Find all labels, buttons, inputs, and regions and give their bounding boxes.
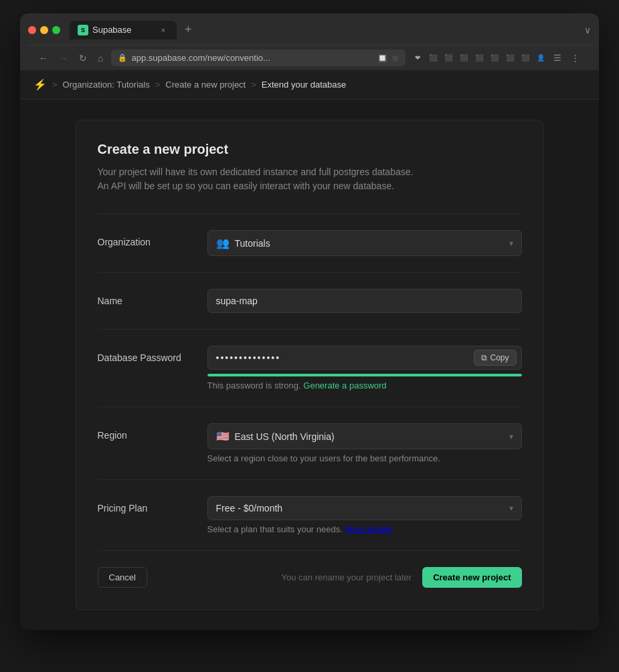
form-card: Create a new project Your project will h… (76, 120, 544, 610)
name-label: Name (98, 289, 191, 306)
cancel-button[interactable]: Cancel (98, 567, 147, 588)
home-button[interactable]: ⌂ (95, 51, 106, 65)
pricing-hint-text: Select a plan that suits your needs. (207, 524, 343, 534)
password-control: ⧉ Copy This password is strong. Generate… (207, 346, 522, 390)
copy-button[interactable]: ⧉ Copy (474, 350, 516, 366)
org-control: 👥 Tutorials ▾ (207, 230, 522, 256)
password-row: Database Password ⧉ Copy This password i… (98, 346, 522, 390)
copy-label: Copy (490, 353, 509, 362)
refresh-button[interactable]: ↻ (76, 51, 90, 65)
profile-icon[interactable]: 👤 (534, 51, 547, 65)
chevron-down-icon: ▾ (509, 432, 513, 441)
region-label: Region (98, 423, 191, 441)
chevron-down-icon: ▾ (509, 503, 513, 513)
form-divider-3 (98, 329, 522, 330)
form-divider-6 (98, 550, 522, 551)
form-description: Your project will have its own dedicated… (98, 165, 522, 193)
password-strength-fill (207, 374, 522, 376)
password-strength-bar (207, 374, 522, 376)
actions-right: You can rename your project later Create… (282, 567, 522, 588)
form-title: Create a new project (98, 142, 522, 157)
address-text: app.supabase.com/new/conventio... (131, 53, 270, 63)
traffic-lights (28, 26, 60, 34)
nav-bar: ← → ↻ ⌂ 🔒 app.supabase.com/new/conventio… (28, 45, 591, 70)
breadcrumb-extend-db: Extend your database (262, 80, 346, 90)
form-divider-2 (98, 272, 522, 273)
pocket-ext-icon[interactable]: ❤ (411, 51, 424, 65)
star-icon[interactable]: ☆ (391, 53, 399, 63)
close-traffic-light[interactable] (28, 26, 36, 34)
region-flag: 🇺🇸 (216, 430, 230, 443)
more-details-link[interactable]: More details (345, 524, 392, 534)
lock-icon: 🔒 (118, 53, 127, 62)
pricing-control: Free - $0/month ▾ Select a plan that sui… (207, 496, 522, 534)
region-value: East US (North Virginia) (235, 431, 335, 442)
title-bar: S Supabase × + ∨ (28, 20, 591, 39)
generate-password-link[interactable]: Generate a password (303, 380, 386, 390)
org-icon: 👥 (216, 237, 230, 249)
bookmark-icon[interactable]: 🔲 (377, 53, 387, 63)
maximize-traffic-light[interactable] (52, 26, 60, 34)
breadcrumb-sep-2: > (155, 80, 161, 90)
browser-actions: ❤ ⬛ ⬛ ⬛ ⬛ ⬛ ⬛ ⬛ 👤 ☰ ⋮ (411, 51, 583, 65)
region-hint: Select a region close to your users for … (207, 453, 522, 463)
form-divider-5 (98, 479, 522, 480)
browser-window: S Supabase × + ∨ ← → ↻ ⌂ 🔒 app.supabase.… (20, 13, 599, 630)
org-select[interactable]: 👥 Tutorials ▾ (207, 230, 522, 256)
active-tab[interactable]: S Supabase × (70, 21, 177, 39)
name-row: Name (98, 289, 522, 313)
copy-icon: ⧉ (481, 353, 487, 362)
password-strength-text: This password is strong. (207, 380, 301, 390)
pricing-row: Pricing Plan Free - $0/month ▾ Select a … (98, 496, 522, 534)
chevron-down-icon: ▾ (509, 239, 513, 248)
back-button[interactable]: ← (36, 51, 51, 65)
region-select[interactable]: 🇺🇸 East US (North Virginia) ▾ (207, 423, 522, 449)
form-description-line2: An API will be set up so you can easily … (98, 181, 395, 191)
browser-expand-button[interactable]: ∨ (584, 25, 591, 35)
org-value: Tutorials (235, 238, 270, 249)
password-field-wrapper: ⧉ Copy (207, 346, 522, 370)
ext-icon-3[interactable]: ⬛ (457, 51, 470, 65)
browser-chrome: S Supabase × + ∨ ← → ↻ ⌂ 🔒 app.supabase.… (20, 13, 599, 70)
ext-icon-5[interactable]: ⬛ (488, 51, 501, 65)
name-control (207, 289, 522, 313)
name-input[interactable] (207, 289, 522, 313)
pricing-label: Pricing Plan (98, 496, 191, 514)
ext-icon-1[interactable]: ⬛ (426, 51, 440, 65)
address-bar[interactable]: 🔒 app.supabase.com/new/conventio... 🔲 ☆ (111, 49, 406, 66)
minimize-traffic-light[interactable] (40, 26, 48, 34)
breadcrumb-create-project[interactable]: Create a new project (165, 80, 246, 90)
form-actions: Cancel You can rename your project later… (98, 567, 522, 588)
breadcrumb-sep-1: > (52, 80, 58, 90)
new-tab-button[interactable]: + (179, 20, 197, 39)
rename-hint: You can rename your project later (282, 572, 412, 582)
form-divider-4 (98, 407, 522, 407)
ext-icon-2[interactable]: ⬛ (442, 51, 455, 65)
ext-icon-7[interactable]: ⬛ (519, 51, 532, 65)
create-project-button[interactable]: Create new project (422, 567, 521, 588)
pricing-hint: Select a plan that suits your needs. Mor… (207, 524, 522, 534)
breadcrumb: ⚡ > Organization: Tutorials > Create a n… (20, 70, 599, 100)
supabase-logo[interactable]: ⚡ (33, 78, 47, 91)
tab-title: Supabase (92, 25, 154, 35)
breadcrumb-sep-3: > (251, 80, 256, 90)
tab-bar: S Supabase × + (70, 20, 197, 39)
ext-icon-6[interactable]: ⬛ (503, 51, 517, 65)
region-control: 🇺🇸 East US (North Virginia) ▾ Select a r… (207, 423, 522, 463)
pricing-value: Free - $0/month (216, 503, 283, 514)
ext-icon-4[interactable]: ⬛ (472, 51, 486, 65)
menu-button[interactable]: ⋮ (567, 51, 583, 65)
password-hint: This password is strong. Generate a pass… (207, 380, 522, 390)
form-description-line1: Your project will have its own dedicated… (98, 166, 414, 177)
breadcrumb-org[interactable]: Organization: Tutorials (63, 80, 150, 90)
region-row: Region 🇺🇸 East US (North Virginia) ▾ Sel… (98, 423, 522, 463)
main-content: Create a new project Your project will h… (20, 100, 599, 630)
pricing-select[interactable]: Free - $0/month ▾ (207, 496, 522, 520)
tab-close-button[interactable]: × (158, 25, 169, 35)
sidebar-toggle[interactable]: ☰ (550, 51, 565, 65)
forward-button[interactable]: → (56, 51, 71, 65)
password-label: Database Password (98, 346, 191, 363)
form-divider (98, 213, 522, 214)
org-row: Organization 👥 Tutorials ▾ (98, 230, 522, 256)
tab-favicon: S (78, 25, 88, 35)
